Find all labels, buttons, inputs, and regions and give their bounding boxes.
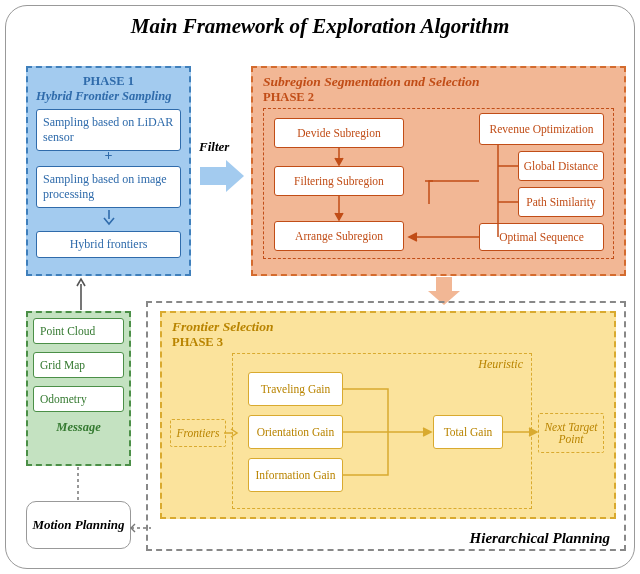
hierarchical-planning-label: Hierarchical Planning [470, 530, 610, 547]
phase3-subtitle: Frontier Selection [172, 319, 604, 335]
motion-hp-connector-icon [131, 522, 151, 534]
phase2-inner: Devide Subregion Filtering Subregion Arr… [263, 108, 614, 259]
phase3-frontiers-box: Frontiers [170, 419, 226, 447]
phase1-box-lidar: Sampling based on LiDAR sensor [36, 109, 181, 151]
phase2-subtitle: Subregion Segmentation and Selection [263, 74, 614, 90]
filter-label: Filter [199, 139, 229, 155]
motion-planning-text: Motion Planning [32, 517, 124, 533]
message-label: Message [33, 420, 124, 435]
phase1-label: PHASE 1 [36, 74, 181, 89]
message-to-phase1-arrow-icon [74, 276, 88, 310]
arrow-down-icon [102, 210, 116, 226]
motion-up-connector-icon [71, 467, 85, 500]
phase3-label: PHASE 3 [172, 335, 604, 350]
hierarchical-planning-panel: Frontier Selection PHASE 3 Frontiers Heu… [146, 301, 626, 551]
phase3-heuristic-inner: Heuristic Traveling Gain Orientation Gai… [232, 353, 532, 509]
phase1-box-hybrid: Hybrid frontiers [36, 231, 181, 258]
motion-planning-box: Motion Planning [26, 501, 131, 549]
phase2-connectors-icon [264, 109, 624, 261]
plus-icon: + [36, 151, 181, 161]
phase1-subtitle: Hybrid Frontier Sampling [36, 89, 181, 104]
phase1-box-image: Sampling based on image processing [36, 166, 181, 208]
message-box-pointcloud: Point Cloud [33, 318, 124, 344]
diagram-title: Main Framework of Exploration Algorithm [14, 14, 626, 39]
message-panel: Point Cloud Grid Map Odometry Message [26, 311, 131, 466]
phase2-panel: Subregion Segmentation and Selection PHA… [251, 66, 626, 276]
phase2-label: PHASE 2 [263, 90, 614, 105]
frontiers-arrow-icon [224, 426, 238, 440]
main-framework-panel: Main Framework of Exploration Algorithm … [5, 5, 635, 569]
filter-arrow-icon [198, 158, 246, 194]
phase1-panel: PHASE 1 Hybrid Frontier Sampling Samplin… [26, 66, 191, 276]
phase3-next-target-box: Next Target Point [538, 413, 604, 453]
message-box-odometry: Odometry [33, 386, 124, 412]
phase3-connectors-icon [233, 354, 533, 510]
message-box-gridmap: Grid Map [33, 352, 124, 378]
phase3-panel: Frontier Selection PHASE 3 Frontiers Heu… [160, 311, 616, 519]
